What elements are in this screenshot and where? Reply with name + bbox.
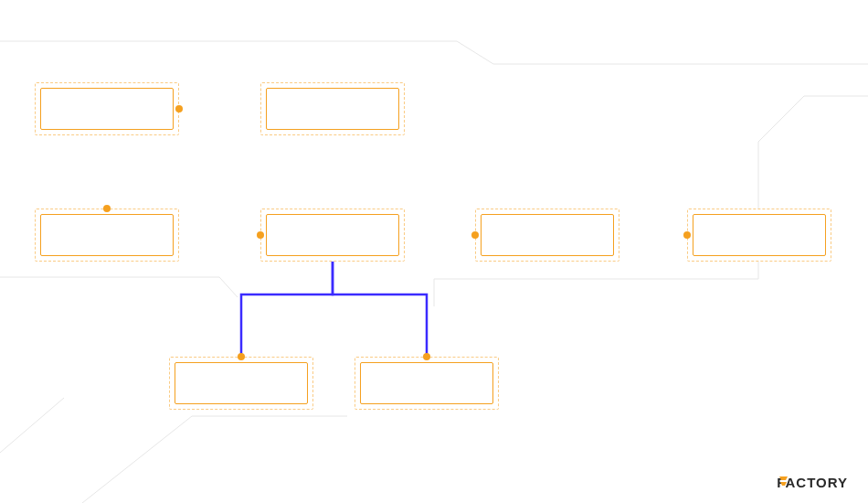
node-port[interactable]	[683, 231, 691, 239]
node-port[interactable]	[423, 353, 430, 360]
flow-node[interactable]	[35, 209, 179, 262]
brand-logo: FACTORY	[777, 475, 848, 490]
flow-node-inner	[360, 362, 493, 404]
background-line	[434, 96, 868, 306]
edge	[333, 262, 427, 357]
background-line	[0, 277, 238, 297]
background-line	[82, 416, 347, 503]
edge	[241, 262, 333, 357]
flow-node[interactable]	[260, 82, 405, 135]
flow-node-inner	[40, 214, 174, 256]
node-port[interactable]	[257, 231, 264, 239]
flow-node-inner	[40, 88, 174, 130]
flow-node[interactable]	[169, 357, 313, 410]
background-line	[0, 41, 868, 64]
node-port[interactable]	[175, 105, 183, 112]
flow-node[interactable]	[35, 82, 179, 135]
flow-node-inner	[266, 214, 399, 256]
flow-node-inner	[693, 214, 826, 256]
node-port[interactable]	[471, 231, 479, 239]
flow-node-inner	[175, 362, 308, 404]
diagram-canvas: { "brand":{"label":"FACTORY","accent":"#…	[0, 0, 868, 503]
node-port[interactable]	[103, 205, 111, 212]
flow-node[interactable]	[687, 209, 831, 262]
flow-node[interactable]	[260, 209, 405, 262]
node-port[interactable]	[238, 353, 245, 360]
factory-icon	[777, 475, 791, 489]
background-line	[0, 398, 64, 453]
flow-node-inner	[266, 88, 399, 130]
flow-node[interactable]	[355, 357, 499, 410]
flow-node[interactable]	[475, 209, 619, 262]
flow-node-inner	[481, 214, 614, 256]
